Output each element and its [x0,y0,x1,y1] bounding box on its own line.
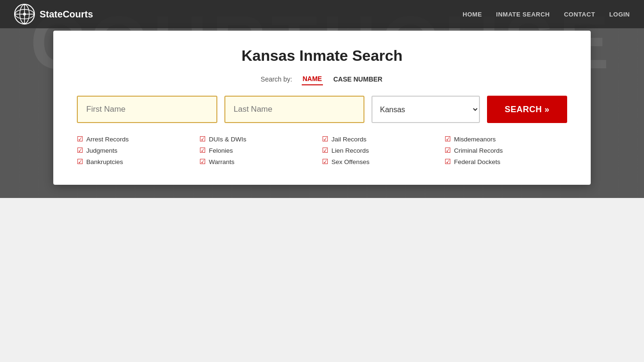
check-icon: ☑ [77,146,83,155]
search-card-title: Kansas Inmate Search [77,47,567,65]
nav-contact[interactable]: CONTACT [564,11,595,18]
check-sex-offenses: ☑ Sex Offenses [322,157,445,166]
check-icon: ☑ [199,135,206,143]
search-button[interactable]: SEARCH » [487,96,567,123]
check-label: Bankruptcies [86,158,123,165]
check-label: Felonies [209,147,233,154]
check-bankruptcies: ☑ Bankruptcies [77,157,199,166]
check-label: Misdemeanors [454,136,496,143]
nav-home[interactable]: HOME [462,11,482,18]
check-icon: ☑ [322,135,328,143]
check-icon: ☑ [445,135,451,143]
check-label: DUIs & DWIs [209,136,247,143]
first-name-input[interactable] [77,96,217,123]
check-icon: ☑ [322,157,328,166]
check-warrants: ☑ Warrants [199,157,322,166]
hero-section: COURTHOUSE StateCourts HOME INMATE SEARC… [0,0,644,198]
state-select[interactable]: Kansas [372,96,480,123]
check-label: Federal Dockets [454,158,500,165]
search-by-label: Search by: [261,75,292,83]
check-criminal-records: ☑ Criminal Records [445,146,567,155]
nav-links: HOME INMATE SEARCH CONTACT LOGIN [462,11,630,18]
check-icon: ☑ [445,157,451,166]
check-label: Judgments [86,147,117,154]
navbar: StateCourts HOME INMATE SEARCH CONTACT L… [0,0,644,28]
check-icon: ☑ [322,146,328,155]
check-label: Criminal Records [454,147,503,154]
last-name-input[interactable] [224,96,365,123]
logo-link[interactable]: StateCourts [14,4,93,25]
logo-text: StateCourts [40,9,93,20]
check-icon: ☑ [77,135,83,143]
check-icon: ☑ [445,146,451,155]
check-label: Sex Offenses [331,158,370,165]
check-duis-dwis: ☑ DUIs & DWIs [199,135,322,143]
check-icon: ☑ [199,157,206,166]
check-icon: ☑ [199,146,206,155]
check-icon: ☑ [77,157,83,166]
check-federal-dockets: ☑ Federal Dockets [445,157,567,166]
logo-icon [14,4,35,25]
check-felonies: ☑ Felonies [199,146,322,155]
check-label: Lien Records [331,147,369,154]
check-arrest-records: ☑ Arrest Records [77,135,199,143]
nav-inmate-search[interactable]: INMATE SEARCH [496,11,550,18]
check-label: Arrest Records [86,136,129,143]
tab-name[interactable]: NAME [302,73,323,85]
tab-case-number[interactable]: CASE NUMBER [332,74,383,85]
check-judgments: ☑ Judgments [77,146,199,155]
search-inputs: Kansas SEARCH » [77,96,567,123]
checklist-grid: ☑ Arrest Records ☑ DUIs & DWIs ☑ Jail Re… [77,135,567,166]
check-lien-records: ☑ Lien Records [322,146,445,155]
check-label: Jail Records [331,136,366,143]
search-by-row: Search by: NAME CASE NUMBER [77,73,567,85]
check-label: Warrants [209,158,234,165]
nav-login[interactable]: LOGIN [609,11,630,18]
check-jail-records: ☑ Jail Records [322,135,445,143]
check-misdemeanors: ☑ Misdemeanors [445,135,567,143]
search-card: Kansas Inmate Search Search by: NAME CAS… [53,31,591,185]
